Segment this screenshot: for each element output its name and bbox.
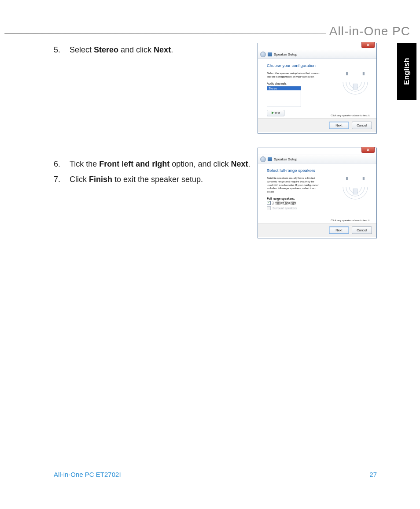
- checkbox-icon[interactable]: [267, 201, 271, 205]
- close-button[interactable]: [361, 147, 375, 153]
- step-number: 6.: [54, 158, 70, 170]
- step-number: 5.: [54, 44, 70, 56]
- test-hint: Click any speaker above to test it.: [331, 219, 370, 222]
- close-button[interactable]: [361, 42, 375, 48]
- svg-rect-0: [353, 84, 357, 89]
- window-title: Speaker Setup: [274, 157, 297, 161]
- checkbox-surround: Surround speakers: [267, 206, 370, 210]
- titlebar: [258, 43, 376, 50]
- language-label: English: [402, 58, 411, 85]
- dialog-body: Select full-range speakers Satellite spe…: [258, 163, 376, 223]
- checkbox-label: Front left and right: [273, 201, 297, 204]
- page-footer: All-in-One PC ET2702I 27: [54, 471, 377, 478]
- dialog-footer: Next Cancel: [258, 118, 376, 132]
- close-icon: [366, 148, 370, 152]
- back-icon[interactable]: [260, 52, 266, 57]
- dialog-description: Satellite speakers usually have a limite…: [267, 176, 320, 193]
- footer-page-number: 27: [369, 471, 377, 478]
- close-icon: [366, 43, 370, 47]
- audio-channels-listbox[interactable]: Stereo: [267, 86, 301, 107]
- back-icon[interactable]: [260, 156, 266, 162]
- list-item-stereo[interactable]: Stereo: [267, 86, 301, 90]
- footer-model: All-in-One PC ET2702I: [54, 471, 121, 478]
- header-rule: [4, 33, 341, 34]
- speaker-diagram[interactable]: [339, 171, 371, 202]
- speaker-setup-dialog-1: Speaker Setup Choose your configuration …: [258, 43, 377, 134]
- play-icon: [272, 111, 274, 114]
- dialog-body: Choose your configuration Select the spe…: [258, 59, 376, 118]
- speaker-diagram[interactable]: [339, 67, 371, 97]
- dialog-description: Select the speaker setup below that is m…: [267, 71, 320, 78]
- cancel-button[interactable]: Cancel: [352, 122, 372, 129]
- page-header: All-in-One PC: [0, 24, 420, 39]
- brand-title: All-in-One PC: [326, 24, 410, 38]
- dialog-header: Speaker Setup: [258, 155, 376, 163]
- speaker-icon: [268, 52, 272, 56]
- test-hint: Click any speaker above to test it.: [331, 114, 370, 117]
- checkbox-icon: [267, 206, 271, 210]
- dialog-header: Speaker Setup: [258, 50, 376, 59]
- cancel-button[interactable]: Cancel: [352, 227, 372, 234]
- test-button[interactable]: Test: [267, 110, 284, 116]
- next-button[interactable]: Next: [329, 122, 349, 129]
- svg-rect-1: [353, 189, 357, 194]
- language-tab: English: [397, 43, 416, 100]
- next-button[interactable]: Next: [329, 227, 349, 234]
- checkbox-label: Surround speakers: [273, 207, 297, 210]
- dialog-footer: Next Cancel: [258, 223, 376, 237]
- speaker-icon: [268, 157, 272, 161]
- titlebar: [258, 148, 376, 155]
- speaker-setup-dialog-2: Speaker Setup Select full-range speakers…: [258, 148, 377, 238]
- window-title: Speaker Setup: [274, 52, 297, 56]
- step-number: 7.: [54, 174, 70, 186]
